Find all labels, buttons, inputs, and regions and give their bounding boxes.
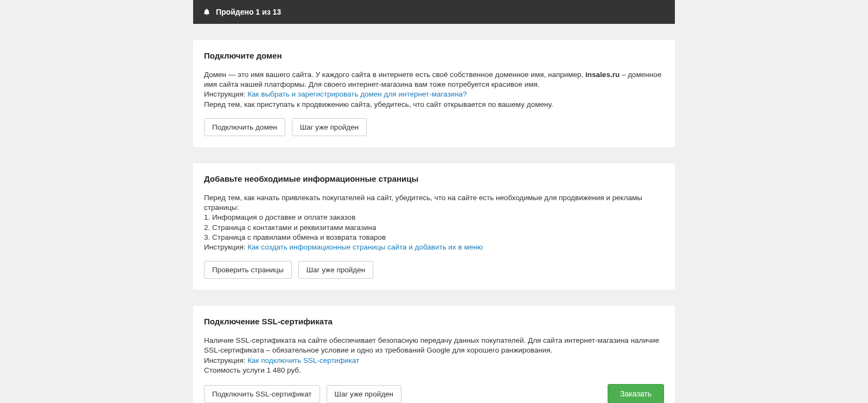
list-item: 2. Страница с контактами и реквизитами м… [204,223,664,233]
instruction-link[interactable]: Как создать информационные страницы сайт… [247,243,483,251]
card-connect-domain: Подключите домен Домен — это имя вашего … [193,40,675,147]
card-title: Подключение SSL-сертификата [204,317,664,326]
instruction-line: Инструкция: Как создать информационные с… [204,242,664,252]
progress-text: Пройдено 1 из 13 [216,8,281,16]
check-pages-button[interactable]: Проверить страницы [204,261,292,279]
step-done-button[interactable]: Шаг уже пройден [298,261,373,279]
card-description: Наличие SSL-сертификата на сайте обеспеч… [204,336,664,355]
card-description: Домен — это имя вашего сайта. У каждого … [204,70,664,89]
button-row: Подключить домен Шаг уже пройден [204,118,664,136]
button-row: Подключить SSL-сертификат Шаг уже пройде… [204,384,664,403]
instruction-line: Инструкция: Как подключить SSL-сертифика… [204,356,664,366]
button-row: Проверить страницы Шаг уже пройден [204,261,664,279]
card-note: Перед тем, как приступать к продвижению … [204,100,664,110]
bell-icon [203,8,210,16]
card-title: Добавьте необходимые информационные стра… [204,174,664,183]
order-button[interactable]: Заказать [608,384,664,403]
card-ssl: Подключение SSL-сертификата Наличие SSL-… [193,306,675,403]
card-intro: Перед тем, как начать привлекать покупат… [204,193,664,213]
step-done-button[interactable]: Шаг уже пройден [292,118,367,136]
instruction-link[interactable]: Как выбрать и зарегистрировать домен для… [247,90,467,98]
card-add-pages: Добавьте необходимые информационные стра… [193,163,675,290]
list-item: 3. Страница с правилами обмена и возврат… [204,233,664,242]
step-done-button[interactable]: Шаг уже пройден [327,385,401,403]
connect-domain-button[interactable]: Подключить домен [204,118,285,136]
domain-example: insales.ru [585,71,620,79]
card-title: Подключите домен [204,51,664,60]
list-item: 1. Информация о доставке и оплате заказо… [204,213,664,222]
cost-text: Стоимость услуги 1 480 руб. [204,366,664,375]
instruction-line: Инструкция: Как выбрать и зарегистрирова… [204,89,664,99]
instruction-link[interactable]: Как подключить SSL-сертификат [247,356,359,364]
connect-ssl-button[interactable]: Подключить SSL-сертификат [204,385,320,403]
progress-header: Пройдено 1 из 13 [193,0,675,24]
